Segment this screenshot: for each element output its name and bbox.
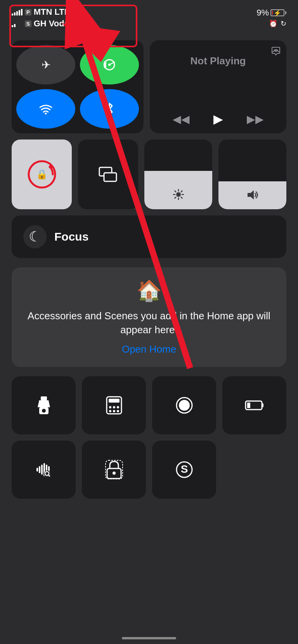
airplane-button[interactable]: ✈ — [16, 45, 75, 84]
screen-mirror-icon — [99, 167, 118, 182]
svg-rect-21 — [41, 396, 47, 400]
airplane-icon: ✈ — [42, 59, 50, 71]
svg-point-28 — [113, 406, 115, 408]
wifi-button[interactable] — [16, 89, 75, 129]
sound-recognition-button[interactable] — [12, 441, 76, 499]
carrier2-badge: S — [25, 21, 31, 27]
svg-marker-22 — [38, 400, 50, 407]
sun-icon — [173, 189, 184, 200]
open-home-link[interactable]: Open Home — [122, 343, 176, 355]
svg-point-11 — [176, 192, 181, 197]
focus-label: Focus — [54, 230, 88, 243]
svg-point-5 — [45, 113, 47, 115]
airplay-svg — [271, 46, 281, 56]
lock-symbol: 🔒 — [36, 169, 48, 180]
battery-tip — [285, 11, 286, 14]
battery-status-icon — [245, 400, 264, 410]
svg-point-48 — [113, 472, 116, 475]
status-right: 9% ⚡ ⏰ ↻ — [256, 8, 286, 28]
charging-bolt: ⚡ — [274, 9, 281, 17]
record-icon — [175, 396, 193, 414]
focus-row: ☾ Focus — [12, 215, 286, 258]
svg-rect-39 — [39, 466, 40, 473]
connectivity-panel[interactable]: ✈ — [12, 40, 144, 133]
media-play-button[interactable]: ▶ — [213, 112, 223, 126]
bar4 — [19, 10, 20, 15]
svg-point-24 — [42, 409, 46, 413]
focus-button[interactable]: ☾ Focus — [12, 215, 286, 258]
sound-recognition-icon — [35, 461, 53, 479]
volume-icon — [246, 189, 259, 203]
status-left: P MTN LTE S GH Vodafone — [12, 7, 87, 29]
bluetooth-icon — [105, 102, 114, 116]
svg-rect-38 — [36, 468, 38, 472]
svg-point-32 — [117, 410, 119, 412]
svg-point-30 — [109, 410, 111, 412]
speaker-icon — [246, 189, 259, 200]
svg-line-16 — [175, 191, 176, 192]
battery-body: ⚡ — [270, 9, 284, 16]
carrier-1-row: P MTN LTE — [12, 7, 87, 17]
record-button[interactable] — [152, 376, 216, 434]
battery-icon: ⚡ — [270, 9, 286, 16]
focus-moon-icon: ☾ — [23, 225, 47, 248]
home-description: Accessories and Scenes you add in the Ho… — [23, 309, 275, 337]
flashlight-icon — [36, 396, 52, 415]
battery-fill — [272, 11, 273, 15]
volume-slider[interactable] — [218, 139, 286, 209]
control-center: ✈ — [0, 33, 298, 506]
battery-status-button[interactable] — [222, 376, 286, 434]
carrier1-badge: P — [25, 9, 31, 15]
orientation-icon: ↻ — [281, 19, 286, 28]
svg-point-34 — [179, 400, 190, 411]
screen-lock-button[interactable] — [82, 441, 146, 499]
svg-point-31 — [113, 410, 115, 412]
brightness-icon — [173, 189, 184, 203]
carrier1-name: MTN LTE — [34, 7, 70, 17]
calculator-button[interactable] — [82, 376, 146, 434]
bar2 — [14, 12, 16, 15]
media-title: Not Playing — [157, 55, 279, 67]
svg-rect-36 — [262, 403, 263, 407]
screen-lock-icon — [105, 460, 123, 479]
bar1 — [12, 14, 13, 15]
bar5 — [21, 9, 23, 15]
signal-bars-2 — [12, 20, 23, 27]
home-indicator — [122, 637, 176, 639]
media-panel[interactable]: Not Playing ◀◀ ▶ ▶▶ — [150, 40, 286, 133]
top-row: ✈ — [12, 40, 286, 133]
cellular-icon — [103, 58, 116, 71]
svg-point-29 — [117, 406, 119, 408]
svg-rect-40 — [41, 465, 43, 475]
bar1 — [12, 25, 13, 27]
wifi-icon — [39, 103, 52, 114]
cellular-button[interactable] — [80, 45, 139, 84]
alarm-icon: ⏰ — [269, 19, 277, 28]
home-icon: 🏠 — [137, 279, 162, 303]
calculator-icon — [106, 396, 123, 415]
second-row: 🔒 — [12, 139, 286, 209]
svg-point-27 — [109, 406, 111, 408]
rotation-lock-button[interactable]: 🔒 — [12, 139, 72, 209]
bluetooth-button[interactable] — [80, 89, 139, 129]
media-next-button[interactable]: ▶▶ — [247, 113, 264, 126]
media-controls: ◀◀ ▶ ▶▶ — [157, 112, 279, 126]
airplay-icon[interactable] — [271, 46, 281, 58]
carrier-2-row: S GH Vodafone — [12, 19, 87, 29]
status-icons-row: ⏰ ↻ — [269, 19, 286, 28]
flashlight-button[interactable] — [12, 376, 76, 434]
signal-bars-1 — [12, 9, 23, 15]
svg-point-6 — [275, 50, 277, 52]
shazam-button[interactable]: S — [152, 441, 216, 499]
svg-marker-20 — [248, 190, 254, 200]
shazam-icon: S — [175, 461, 193, 479]
brightness-slider[interactable] — [144, 139, 212, 209]
media-prev-button[interactable]: ◀◀ — [173, 113, 190, 126]
bar3 — [16, 11, 18, 15]
svg-rect-49 — [106, 460, 123, 479]
bottom-buttons-row — [12, 376, 286, 434]
svg-rect-26 — [109, 399, 120, 403]
battery-row: 9% ⚡ — [256, 8, 286, 18]
svg-rect-10 — [104, 173, 116, 181]
screen-mirror-button[interactable] — [78, 139, 138, 209]
